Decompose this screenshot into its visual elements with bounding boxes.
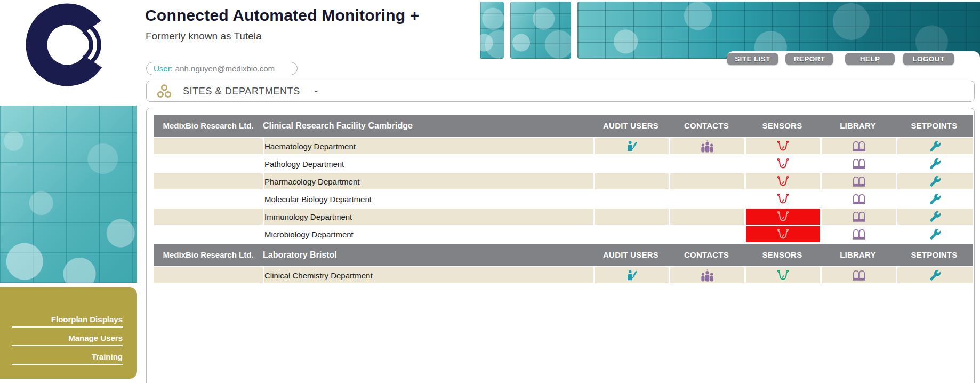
department-name: Clinical Chemistry Department — [263, 267, 593, 283]
department-name: Immunology Department — [263, 209, 593, 225]
sensor-probe-icon[interactable] — [777, 175, 789, 188]
contacts-cell — [669, 173, 744, 189]
contacts-icon[interactable] — [700, 269, 714, 282]
organisation-cell — [154, 138, 263, 154]
banner-art-large — [577, 2, 980, 59]
audit-users-cell — [593, 156, 669, 172]
contacts-cell — [669, 267, 744, 283]
setpoints-cell — [896, 156, 973, 172]
sidebar-menu: Floorplan DisplaysManage UsersTraining — [0, 287, 137, 379]
organisation-cell — [154, 209, 263, 225]
column-header-library: LIBRARY — [820, 115, 896, 137]
sensor-probe-icon[interactable] — [777, 140, 789, 153]
sensors-cell — [744, 226, 820, 242]
banner-art-small — [480, 2, 504, 59]
library-book-icon[interactable] — [852, 269, 866, 281]
contacts-cell — [669, 191, 744, 207]
library-cell — [820, 267, 896, 283]
library-book-icon[interactable] — [852, 211, 866, 222]
department-row: Molecular Biology Department — [154, 191, 973, 207]
column-header-setpoints: SETPOINTS — [896, 115, 973, 137]
sites-cluster-icon — [156, 84, 172, 99]
section-title: SITES & DEPARTMENTS — [183, 86, 300, 97]
audit-users-cell — [593, 138, 669, 154]
sites-departments-bar: SITES & DEPARTMENTS - — [146, 81, 975, 102]
nav-button-logout[interactable]: LOGOUT — [903, 53, 954, 65]
department-row: Pharmacology Department — [154, 173, 973, 189]
contacts-icon[interactable] — [700, 140, 714, 153]
sensor-probe-icon[interactable] — [777, 269, 789, 282]
nav-button-site-list[interactable]: SITE LIST — [727, 53, 778, 65]
audit-users-cell — [593, 209, 669, 225]
sensor-probe-icon[interactable] — [777, 158, 789, 170]
department-name: Molecular Biology Department — [263, 191, 593, 207]
contacts-cell — [669, 138, 744, 154]
wrench-icon[interactable] — [929, 228, 941, 240]
library-book-icon[interactable] — [852, 193, 866, 205]
column-header-library: LIBRARY — [820, 244, 896, 266]
department-name: Pathology Department — [263, 156, 593, 172]
sensor-probe-icon[interactable] — [777, 211, 789, 223]
top-navigation: SITE LISTREPORTHELPLOGOUT — [727, 53, 958, 65]
wrench-icon[interactable] — [929, 269, 941, 281]
group-header-row: MedixBio Research Ltd.Laboratory Bristol… — [154, 244, 973, 266]
wrench-icon[interactable] — [929, 175, 941, 187]
library-cell — [820, 173, 896, 189]
sidebar-link-training[interactable]: Training — [12, 352, 123, 365]
audit-users-cell — [593, 226, 669, 242]
app-window: Connected Automated Monitoring + Formerl… — [0, 0, 980, 383]
department-row: Microbiology Department — [154, 226, 973, 242]
organisation-cell — [154, 156, 263, 172]
column-header-audit-users: AUDIT USERS — [593, 244, 669, 266]
department-name: Pharmacology Department — [263, 173, 593, 189]
sensors-cell — [744, 209, 820, 225]
banner-art-medium — [510, 2, 571, 59]
company-logo-icon — [23, 2, 111, 87]
wrench-icon[interactable] — [929, 140, 941, 152]
sidebar-link-floorplan-displays[interactable]: Floorplan Displays — [12, 315, 123, 328]
contacts-cell — [669, 209, 744, 225]
audit-users-cell — [593, 191, 669, 207]
nav-button-report[interactable]: REPORT — [785, 53, 833, 65]
department-row: Clinical Chemistry Department — [154, 267, 973, 283]
page-subtitle: Formerly known as Tutela — [146, 30, 262, 42]
department-name: Microbiology Department — [263, 226, 593, 242]
organisation-cell — [154, 267, 263, 283]
setpoints-cell — [896, 226, 973, 242]
sensor-probe-icon[interactable] — [777, 228, 789, 241]
audit-users-cell — [593, 173, 669, 189]
audit-users-icon[interactable] — [626, 269, 638, 282]
user-email: anh.nguyen@medixbio.com — [175, 64, 275, 73]
sidebar-link-manage-users[interactable]: Manage Users — [12, 333, 123, 346]
column-header-sensors: SENSORS — [744, 244, 820, 266]
sensors-cell — [744, 156, 820, 172]
column-header-contacts: CONTACTS — [669, 244, 744, 266]
column-header-contacts: CONTACTS — [669, 115, 744, 137]
nav-button-help[interactable]: HELP — [845, 53, 895, 65]
wrench-icon[interactable] — [929, 193, 941, 205]
setpoints-cell — [896, 173, 973, 189]
library-book-icon[interactable] — [852, 228, 866, 240]
library-book-icon[interactable] — [852, 175, 866, 187]
library-cell — [820, 138, 896, 154]
library-cell — [820, 156, 896, 172]
department-row: Immunology Department — [154, 209, 973, 225]
sidebar-art — [0, 106, 137, 283]
library-book-icon[interactable] — [852, 158, 866, 170]
library-book-icon[interactable] — [852, 140, 866, 152]
wrench-icon[interactable] — [929, 211, 941, 222]
group-header-row: MedixBio Research Ltd.Clinical Research … — [154, 115, 973, 137]
wrench-icon[interactable] — [929, 158, 941, 170]
setpoints-cell — [896, 209, 973, 225]
sensor-probe-icon[interactable] — [777, 193, 789, 205]
setpoints-cell — [896, 191, 973, 207]
site-header: Laboratory Bristol — [263, 244, 593, 266]
audit-users-cell — [593, 267, 669, 283]
setpoints-cell — [896, 267, 973, 283]
organisation-header: MedixBio Research Ltd. — [154, 244, 263, 266]
organisation-cell — [154, 173, 263, 189]
audit-users-icon[interactable] — [626, 140, 638, 153]
library-cell — [820, 209, 896, 225]
column-header-sensors: SENSORS — [744, 115, 820, 137]
site-header: Clinical Research Facility Cambridge — [263, 115, 593, 137]
